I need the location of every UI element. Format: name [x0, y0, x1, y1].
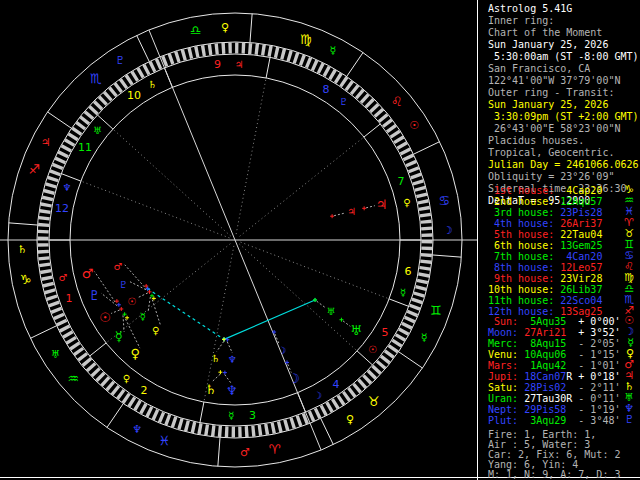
panel-separator	[477, 0, 478, 480]
house-cusp-line	[364, 124, 380, 137]
house-number-12: 12	[55, 202, 69, 215]
house-cusp-line-dotted	[81, 181, 230, 238]
info-line-3: Sun January 25, 2026	[488, 40, 634, 50]
house-ruler-6-icon: ☿	[400, 287, 406, 298]
house-row-7: 7th house: 4Can20♋	[488, 252, 634, 262]
app-title-text: Astrolog 5.41G	[488, 3, 572, 14]
house-ruler-9-icon: ♃	[234, 59, 243, 70]
info-line-7: Outer ring - Transit:	[488, 88, 634, 98]
sign-boundary	[137, 35, 150, 61]
info-line-11: Placidus houses.	[488, 136, 634, 146]
house-row-4: 4th house: 26Ari37♈	[488, 219, 634, 229]
info-line-9: 3:30:09pm (ST +2:00 GMT)	[488, 112, 634, 122]
aspect-line-Satu-Uran	[224, 300, 315, 339]
pointer-Nept	[227, 342, 232, 353]
planet-row-Merc: Merc: 8Aqu15 - 2°05'☿	[488, 339, 634, 349]
house-cusp-line-dotted	[240, 137, 364, 236]
house-cusp-line-dotted	[106, 244, 230, 343]
house-ruler-11-icon: ♅	[93, 125, 102, 136]
pointer-Merc	[148, 297, 150, 312]
house-number-11: 11	[78, 141, 92, 154]
info-line-14: Obliquity = 23°26'09"	[488, 172, 634, 182]
house-number-9: 9	[214, 58, 221, 71]
planet-row-Venu: Venu: 10Aqu06 - 1°15'♀	[488, 350, 634, 360]
ruler-of-pisces-icon: ♆	[132, 423, 142, 436]
transit-jupi-icon: ♃	[376, 197, 388, 212]
sign-boundary	[107, 404, 123, 428]
planet-row-Uran: Uran: 27Tau30R - 0°11'♅	[488, 394, 634, 404]
ruler-of-libra-icon: ♀	[221, 21, 229, 34]
house-ruler-5-icon: ☉	[368, 344, 377, 355]
zodiac-cancer-icon: ♋	[438, 193, 450, 208]
pointer-Uran	[317, 301, 326, 308]
natal-nept-icon: ♆	[228, 354, 237, 365]
natal-mars-icon: ♂	[113, 261, 122, 272]
zodiac-aries-icon: ♈	[269, 442, 281, 457]
house-ruler-1-icon: ♂	[59, 272, 68, 283]
pointer-Sun	[138, 293, 148, 298]
natal-satu-icon: ♄	[211, 353, 220, 364]
house-number-7: 7	[398, 175, 405, 188]
zodiac-pisces-icon: ♓	[159, 433, 171, 448]
pointer-Venu	[152, 300, 160, 325]
info-line-4: 5:30:00am (ST -8:00 GMT)	[488, 52, 634, 62]
pointer-outer-Sun	[111, 310, 119, 313]
natal-uran-icon: ♅	[327, 306, 336, 317]
chart-wheel: ♈♂♉♀♊☿♋☽♌☉♍☿♎♀♏♇♐♃♑♄♒♅♓♆1♂2♀3☿4☽5☉6☿7♀8♇…	[0, 0, 478, 480]
planet-row-Moon: Moon: 27Ari21 + 3°52'☽	[488, 328, 634, 338]
transit-venu-icon: ♀	[131, 346, 141, 361]
planet-row-Mars: Mars: 1Aqu42 - 1°01'♂	[488, 361, 634, 371]
sign-boundary	[413, 142, 439, 155]
ruler-of-cancer-icon: ☽	[443, 224, 453, 237]
info-line-5: San Francisco, CA	[488, 64, 634, 74]
zodiac-taurus-icon: ♉	[368, 394, 380, 409]
ruler-of-gemini-icon: ☿	[421, 331, 428, 344]
planet-row-Plut-sign-glyph: ♇	[624, 414, 634, 425]
house-number-10: 10	[127, 89, 141, 102]
sign-boundary	[9, 223, 38, 225]
ruler-of-leo-icon: ☉	[409, 119, 419, 132]
transit-mars-icon: ♂	[82, 266, 94, 281]
planet-row-Nept: Nept: 29Pis58 - 1°19'♆	[488, 405, 634, 415]
house-number-1: 1	[65, 292, 72, 305]
house-row-6: 6th house: 13Gem25♊	[488, 241, 634, 251]
pointer-outer-Venu	[125, 319, 139, 348]
natal-venu-icon: ♀	[152, 325, 159, 336]
house-row-11: 11th house: 22Sco04♏	[488, 296, 634, 306]
info-line-1: Inner ring:	[488, 16, 634, 26]
ruler-of-sagittarius-icon: ♃	[41, 136, 51, 149]
zodiac-leo-icon: ♌	[391, 94, 403, 109]
planet-row-Jupi: Jupi: 18Can07R + 0°18'♃	[488, 372, 634, 382]
transit-plut-icon: ♇	[89, 288, 101, 303]
house-ruler-12-icon: ♆	[63, 182, 72, 193]
app-title: Astrolog 5.41G	[488, 4, 634, 14]
sign-boundary	[48, 112, 72, 128]
house-ruler-2-icon: ♀	[123, 373, 130, 384]
planet-row-Satu: Satu: 28Pis02 - 2°11'♄	[488, 383, 634, 393]
house-number-8: 8	[322, 83, 329, 96]
info-line-8: Sun January 25, 2026	[488, 100, 634, 110]
zodiac-scorpio-icon: ♏	[90, 71, 102, 86]
sign-boundary	[250, 14, 252, 43]
info-line-13: Julian Day = 2461066.0626	[488, 160, 634, 170]
pointer-Satu	[217, 341, 224, 351]
astrolog-window: ♈♂♉♀♊☿♋☽♌☉♍☿♎♀♏♇♐♃♑♄♒♅♓♆1♂2♀3☿4☽5☉6☿7♀8♇…	[0, 0, 640, 480]
house-row-9: 9th house: 23Vir28♍	[488, 274, 634, 284]
house-cusp-line-dotted	[241, 242, 390, 299]
house-ruler-10-icon: ♄	[148, 79, 157, 90]
sign-boundary	[321, 418, 334, 444]
ruler-of-aries-icon: ♂	[240, 446, 250, 459]
natal-plut-icon: ♇	[119, 279, 128, 290]
transit-uran-icon: ♅	[350, 323, 362, 338]
house-ruler-8-icon: ♇	[339, 96, 348, 107]
house-cusp-line-dotted	[236, 78, 266, 234]
info-line-6: 122°41'00"W 37°79'00"N	[488, 76, 634, 86]
house-number-5: 5	[381, 326, 388, 339]
zodiac-aquarius-icon: ♒	[68, 371, 80, 386]
zodiac-gemini-icon: ♊	[430, 303, 442, 318]
stats-line-4: M: 1, N: 9, A: 7, D: 3	[488, 470, 634, 480]
sign-boundary	[399, 352, 423, 368]
zodiac-virgo-icon: ♍	[300, 32, 312, 47]
transit-sun-icon: ☉	[99, 310, 111, 325]
house-row-10: 10th house: 26Lib37♎	[488, 285, 634, 295]
